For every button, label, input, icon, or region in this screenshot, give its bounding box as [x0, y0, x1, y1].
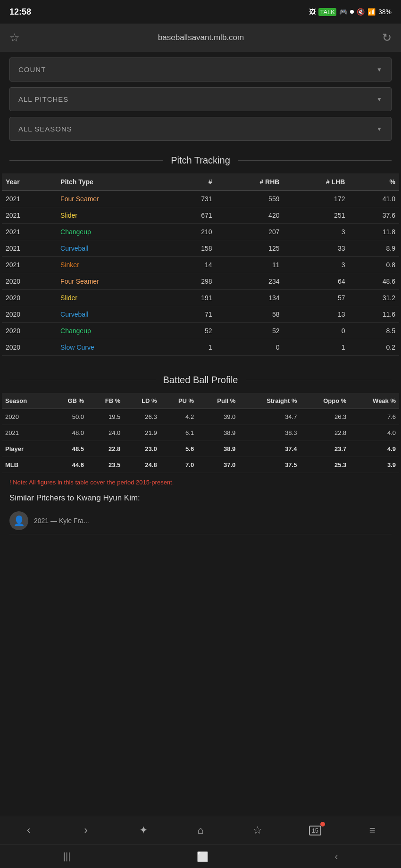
main-content: COUNT ▼ ALL PITCHES ▼ ALL SEASONS ▼ Pitc… — [0, 57, 401, 591]
pitcher-name-partial: 2021 — Kyle Fra... — [34, 517, 89, 524]
cell-pitch-type: Four Seamer — [57, 273, 170, 290]
mute-icon: 🔇 — [357, 8, 365, 16]
cell-ld: 24.8 — [124, 457, 160, 473]
cell-straight: 37.5 — [239, 457, 300, 473]
col-rhb: # RHB — [216, 173, 284, 191]
col-count: # — [170, 173, 216, 191]
col-ld: LD % — [124, 393, 160, 409]
cell-lhb: 33 — [283, 240, 349, 257]
photo-icon: 🖼 — [309, 8, 316, 16]
pitch-tracking-table: Year Pitch Type # # RHB # LHB % 2021 Fou… — [2, 173, 399, 356]
batted-ball-table: Season GB % FB % LD % PU % Pull % Straig… — [2, 393, 399, 473]
cell-ld: 26.3 — [124, 409, 160, 425]
pitcher-avatar-icon: 👤 — [13, 515, 25, 526]
cell-lhb: 1 — [283, 339, 349, 356]
count-dropdown[interactable]: COUNT ▼ — [9, 57, 392, 82]
back-icon: ‹ — [27, 824, 30, 836]
cell-pitch-type: Slider — [57, 207, 170, 224]
seasons-dropdown-container: ALL SEASONS ▼ — [9, 117, 392, 141]
star-button[interactable]: ☆ — [246, 821, 269, 840]
wifi-icon: 📶 — [368, 8, 376, 16]
bookmark-icon[interactable]: ☆ — [9, 31, 20, 44]
system-back-icon[interactable]: ‹ — [335, 851, 338, 862]
pitches-dropdown[interactable]: ALL PITCHES ▼ — [9, 87, 392, 111]
note-text: ! Note: All figures in this table cover … — [9, 479, 392, 486]
cell-straight: 38.3 — [239, 425, 300, 441]
seasons-dropdown[interactable]: ALL SEASONS ▼ — [9, 117, 392, 141]
pitcher-avatar: 👤 — [9, 511, 28, 530]
cell-rhb: 420 — [216, 207, 284, 224]
cell-pitch-type: Changeup — [57, 224, 170, 240]
cell-weak: 7.6 — [350, 409, 399, 425]
cell-lhb: 3 — [283, 224, 349, 240]
system-home-icon[interactable]: ⬜ — [197, 851, 209, 862]
cell-fb: 19.5 — [87, 409, 124, 425]
back-button[interactable]: ‹ — [17, 821, 41, 840]
magic-button[interactable]: ✦ — [132, 821, 155, 840]
table-row: 2020 50.0 19.5 26.3 4.2 39.0 34.7 26.3 7… — [2, 409, 399, 425]
table-row: MLB 44.6 23.5 24.8 7.0 37.0 37.5 25.3 3.… — [2, 457, 399, 473]
cell-count: 52 — [170, 323, 216, 339]
cell-pitch-type: Sinker — [57, 257, 170, 273]
col-fb: FB % — [87, 393, 124, 409]
status-icons: 🖼 TALK 🎮 🔇 📶 38% — [309, 8, 392, 16]
cell-season: 2021 — [2, 425, 49, 441]
pitch-tracking-header-row: Year Pitch Type # # RHB # LHB % — [2, 173, 399, 191]
cell-rhb: 52 — [216, 323, 284, 339]
cell-rhb: 0 — [216, 339, 284, 356]
cell-pct: 0.2 — [349, 339, 399, 356]
col-pitch-type: Pitch Type — [57, 173, 170, 191]
cell-ld: 23.0 — [124, 441, 160, 457]
cell-count: 671 — [170, 207, 216, 224]
cell-oppo: 25.3 — [300, 457, 350, 473]
bottom-nav: ‹ › ✦ ⌂ ☆ 15 ≡ ||| ⬜ ‹ — [0, 816, 401, 868]
cell-lhb: 0 — [283, 323, 349, 339]
system-nav-bar: ||| ⬜ ‹ — [0, 844, 401, 868]
col-oppo: Oppo % — [300, 393, 350, 409]
home-button[interactable]: ⌂ — [189, 821, 212, 840]
cell-lhb: 64 — [283, 273, 349, 290]
cell-pitch-type: Curveball — [57, 306, 170, 323]
col-straight: Straight % — [239, 393, 300, 409]
cell-fb: 24.0 — [87, 425, 124, 441]
cell-pu: 4.2 — [160, 409, 198, 425]
cell-weak: 3.9 — [350, 457, 399, 473]
pitches-label: ALL PITCHES — [18, 95, 68, 103]
cell-pu: 7.0 — [160, 457, 198, 473]
cell-pitch-type: Slow Curve — [57, 339, 170, 356]
table-row: 2020 Four Seamer 298 234 64 48.6 — [2, 273, 399, 290]
cell-pitch-type: Slider — [57, 290, 170, 306]
table-row: 2021 Sinker 14 11 3 0.8 — [2, 257, 399, 273]
col-season: Season — [2, 393, 49, 409]
cell-pct: 48.6 — [349, 273, 399, 290]
home-icon: ⌂ — [197, 824, 203, 836]
table-row: 2020 Changeup 52 52 0 8.5 — [2, 323, 399, 339]
forward-button[interactable]: › — [74, 821, 98, 840]
cell-pct: 37.6 — [349, 207, 399, 224]
url-bar[interactable]: baseballsavant.mlb.com — [20, 33, 382, 42]
reload-icon[interactable]: ↻ — [382, 31, 392, 44]
recent-apps-icon[interactable]: ||| — [63, 851, 71, 862]
browser-nav-bar: ‹ › ✦ ⌂ ☆ 15 ≡ — [0, 816, 401, 844]
col-year: Year — [2, 173, 57, 191]
cell-count: 1 — [170, 339, 216, 356]
col-pu: PU % — [160, 393, 198, 409]
cell-season: 2020 — [2, 409, 49, 425]
notification-badge — [320, 822, 325, 827]
cell-year: 2020 — [2, 290, 57, 306]
batted-ball-line-right — [246, 380, 392, 380]
cell-count: 71 — [170, 306, 216, 323]
cell-pu: 5.6 — [160, 441, 198, 457]
cell-pct: 8.5 — [349, 323, 399, 339]
cell-fb: 22.8 — [87, 441, 124, 457]
cell-oppo: 26.3 — [300, 409, 350, 425]
tabs-button[interactable]: 15 — [303, 821, 327, 840]
cell-year: 2020 — [2, 273, 57, 290]
pitch-tracking-line-right — [238, 160, 392, 161]
cell-pull: 38.9 — [197, 441, 239, 457]
cell-pct: 8.9 — [349, 240, 399, 257]
cell-pitch-type: Four Seamer — [57, 191, 170, 207]
forward-icon: › — [84, 824, 87, 836]
similar-pitcher-row: 👤 2021 — Kyle Fra... — [9, 508, 392, 534]
menu-button[interactable]: ≡ — [360, 821, 384, 840]
